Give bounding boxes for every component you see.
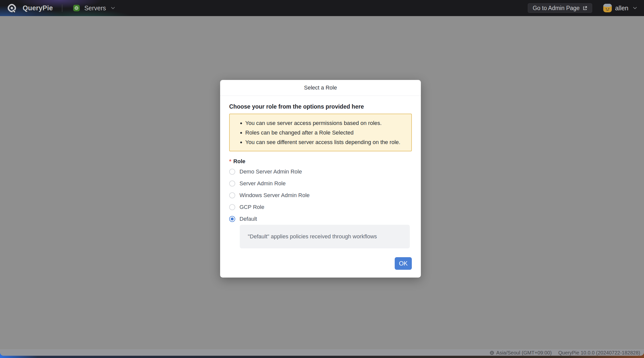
nav-divider <box>62 4 62 12</box>
radio-label: GCP Role <box>239 204 264 210</box>
chevron-down-icon <box>111 7 115 9</box>
default-role-note: "Default" applies policies received thro… <box>240 225 410 248</box>
required-asterisk: * <box>229 158 231 164</box>
role-heading: Choose your role from the options provid… <box>229 103 412 110</box>
timezone-label: Asia/Seoul (GMT+09:00) <box>496 350 552 356</box>
user-avatar[interactable] <box>603 4 612 12</box>
role-radio-group: Demo Server Admin Role Server Admin Role… <box>229 166 412 225</box>
role-option[interactable]: Windows Server Admin Role <box>229 189 412 201</box>
modal-header: Select a Role <box>220 80 421 96</box>
version-label: QueryPie 10.0.0 (20240722-182828) <box>558 350 640 356</box>
notice-item: You can see different server access list… <box>235 138 406 147</box>
role-option[interactable]: Default <box>229 213 412 225</box>
role-option[interactable]: GCP Role <box>229 201 412 213</box>
radio-label: Default <box>239 216 257 222</box>
admin-page-button[interactable]: Go to Admin Page <box>528 3 592 13</box>
role-label-text: Role <box>233 158 246 164</box>
role-notice-box: You can use server access permissions ba… <box>229 114 412 151</box>
radio-input[interactable] <box>229 181 235 187</box>
product-menu[interactable]: Servers <box>73 5 115 12</box>
nav-right: Go to Admin Page allen <box>528 3 637 13</box>
radio-label: Demo Server Admin Role <box>239 168 302 175</box>
product-label: Servers <box>84 5 106 12</box>
top-nav: QueryPie Servers Go to Admin Page <box>0 0 644 16</box>
role-field-label: *Role <box>229 158 412 164</box>
radio-input[interactable] <box>229 169 235 175</box>
timezone-indicator: Asia/Seoul (GMT+09:00) <box>490 350 552 356</box>
external-link-icon <box>583 6 587 11</box>
radio-input[interactable] <box>229 204 235 210</box>
user-name: allen <box>615 5 628 12</box>
notice-item: Roles can be changed after a Role Select… <box>235 128 406 138</box>
chevron-down-icon[interactable] <box>633 7 637 9</box>
brand-title: QueryPie <box>23 4 53 12</box>
globe-icon <box>490 351 494 355</box>
status-bar: Asia/Seoul (GMT+09:00) QueryPie 10.0.0 (… <box>0 349 644 356</box>
radio-input[interactable] <box>229 192 235 198</box>
modal-footer: OK <box>229 257 412 270</box>
modal-title: Select a Role <box>304 84 337 91</box>
ok-button[interactable]: OK <box>395 257 412 270</box>
role-select-modal: Select a Role Choose your role from the … <box>220 80 421 278</box>
radio-label: Server Admin Role <box>239 180 286 187</box>
role-option[interactable]: Server Admin Role <box>229 177 412 189</box>
notice-item: You can use server access permissions ba… <box>235 118 406 128</box>
querypie-logo-icon <box>7 3 17 13</box>
notice-list: You can use server access permissions ba… <box>235 118 406 147</box>
radio-label: Windows Server Admin Role <box>239 192 310 199</box>
servers-app-icon <box>73 5 80 11</box>
radio-input[interactable] <box>229 216 235 222</box>
role-option[interactable]: Demo Server Admin Role <box>229 166 412 177</box>
modal-body: Choose your role from the options provid… <box>220 96 421 278</box>
admin-page-button-label: Go to Admin Page <box>533 5 580 12</box>
